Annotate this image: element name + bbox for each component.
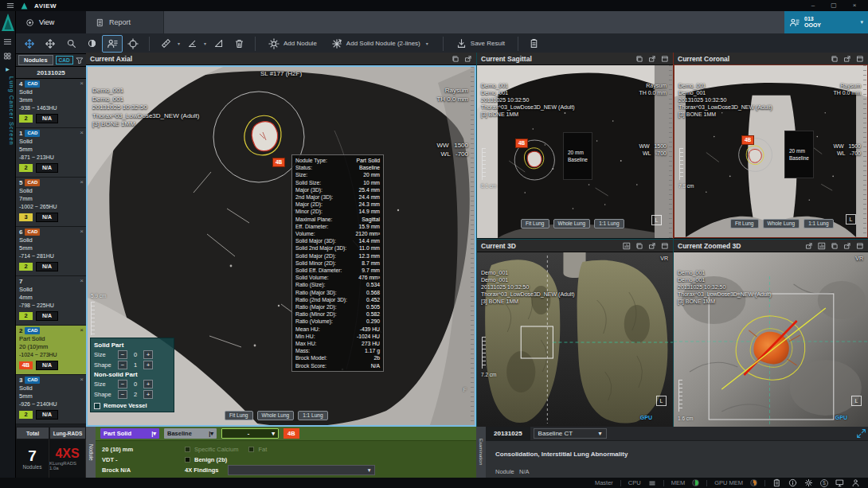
chart-view-icon[interactable] — [623, 242, 631, 250]
set-square-tool-button[interactable] — [208, 35, 229, 53]
monitor-icon[interactable] — [835, 478, 844, 487]
patient-list-button[interactable] — [102, 35, 123, 53]
export-view-icon[interactable] — [464, 55, 472, 63]
export-view-icon[interactable] — [648, 55, 656, 63]
close-icon[interactable]: × — [80, 178, 84, 186]
nodule-label-chip[interactable]: 4B — [272, 158, 285, 167]
nodule-card[interactable]: 6CAD × Solid 5mm -714 ~ 281HU 2 N/A — [16, 227, 86, 276]
nodule-label-chip[interactable]: 4B — [515, 139, 528, 148]
crosshair-tool-button[interactable] — [123, 35, 143, 53]
nodule-status-dropdown[interactable]: Baseline|▾ — [164, 428, 217, 439]
save-result-button[interactable]: Save Result — [449, 35, 512, 53]
chevron-down-icon[interactable]: ▾ — [178, 41, 180, 46]
remove-vessel-checkbox[interactable] — [94, 403, 100, 409]
tab-view[interactable]: View — [16, 11, 86, 33]
fat-checkbox[interactable] — [248, 447, 254, 452]
sagittal-viewport[interactable]: Demo_001Demo_00120131025 10:32:50Thorax^… — [477, 65, 673, 238]
plus-button[interactable]: + — [143, 380, 153, 388]
add-nodule-button[interactable]: Add Nodule — [261, 35, 324, 53]
view-preset-button[interactable]: 1:1 Lung — [803, 219, 833, 228]
examination-panel-tab[interactable]: Examination — [476, 427, 486, 478]
pan-tool-button[interactable] — [19, 35, 40, 53]
study-date-row[interactable]: 20131025 — [16, 67, 86, 79]
maximize-view-icon[interactable] — [856, 242, 864, 250]
settings-gear-icon[interactable] — [804, 478, 813, 487]
close-icon[interactable]: × — [80, 228, 84, 236]
maximize-view-icon[interactable] — [856, 55, 864, 63]
nodule-card[interactable]: 5CAD × Solid 7mm -1002 ~ 265HU 3 N/A — [16, 178, 86, 227]
maximize-button[interactable]: ▢ — [827, 0, 841, 11]
license-icon[interactable]: $ — [820, 479, 828, 487]
cad-toggle[interactable]: CAD — [56, 56, 73, 64]
coronal-viewport[interactable]: Demo_001Demo_00120131025 10:32:50Thorax^… — [674, 65, 868, 238]
close-icon[interactable]: × — [80, 326, 84, 334]
clipboard-icon[interactable] — [772, 478, 781, 487]
plus-button[interactable]: + — [143, 390, 153, 399]
minus-button[interactable]: − — [118, 380, 127, 388]
slice-scrollbar[interactable] — [863, 65, 866, 237]
view-preset-button[interactable]: Whole Lung — [763, 219, 800, 228]
view-preset-button[interactable]: Whole Lung — [257, 411, 295, 420]
export-chart-icon[interactable] — [805, 242, 813, 250]
info-icon[interactable] — [788, 478, 797, 487]
list-icon[interactable] — [3, 37, 12, 46]
axial-viewport[interactable]: Demo_001Demo_00120131025 10:32:50Thorax^… — [86, 65, 476, 427]
delete-annotation-button[interactable] — [229, 35, 249, 53]
grid-layout-icon[interactable] — [3, 52, 12, 61]
zoom-tool-button[interactable] — [61, 35, 81, 53]
nodule-panel-tab[interactable]: Nodule — [86, 427, 96, 478]
copy-view-icon[interactable] — [452, 55, 459, 63]
minus-button[interactable]: − — [118, 390, 127, 399]
copy-view-icon[interactable] — [831, 242, 839, 250]
slice-scrollbar[interactable] — [669, 65, 672, 238]
patient-selector[interactable]: 013 OOOY ▾ — [784, 11, 868, 33]
zoomed-3d-viewport[interactable]: Demo_001Demo_00120131025 10:32:50Thorax^… — [674, 252, 868, 427]
minimize-button[interactable]: – — [806, 0, 820, 11]
copy-view-icon[interactable] — [635, 242, 643, 250]
clipboard-button[interactable] — [524, 35, 545, 53]
view-preset-button[interactable]: Fit Lung — [225, 411, 253, 420]
angle-tool-button[interactable] — [182, 35, 202, 53]
nodule-card[interactable]: 7 × Solid 4mm -798 ~ 225HU 2 N/A — [16, 276, 86, 326]
view-preset-button[interactable]: Fit Lung — [521, 219, 549, 228]
minus-button[interactable]: − — [118, 361, 127, 369]
specific-calcium-checkbox[interactable] — [185, 447, 190, 452]
chevron-down-icon[interactable]: ▾ — [860, 19, 863, 25]
minus-button[interactable]: − — [118, 350, 127, 359]
findings-dropdown[interactable]: ▾ — [228, 465, 375, 475]
plus-button[interactable]: + — [143, 361, 153, 369]
tab-report[interactable]: Report — [86, 11, 164, 33]
nodule-card[interactable]: 3CAD × Solid 5mm -926 ~ 2140HU 2 N/A — [16, 375, 86, 424]
chevron-down-icon[interactable]: ▾ — [426, 41, 428, 46]
user-icon[interactable] — [851, 478, 860, 487]
nodule-grade-dropdown[interactable]: -▾ — [221, 428, 279, 439]
ruler-tool-button[interactable] — [155, 35, 176, 53]
hamburger-menu-icon[interactable] — [6, 2, 14, 10]
nodule-label-chip[interactable]: 4B — [741, 135, 754, 145]
view-preset-button[interactable]: 1:1 Lung — [594, 219, 624, 228]
view-preset-button[interactable]: Fit Lung — [730, 219, 759, 228]
view-preset-button[interactable]: 1:1 Lung — [298, 411, 327, 420]
expand-panel-icon[interactable] — [856, 428, 866, 439]
three-d-viewport[interactable]: Demo_001Demo_00120131025 10:32:50Thorax^… — [477, 252, 673, 427]
exam-type-dropdown[interactable]: Baseline CT▾ — [534, 428, 607, 439]
expand-arrow-icon[interactable]: ▶ — [0, 66, 15, 72]
export-view-icon[interactable] — [843, 55, 851, 63]
nodule-card[interactable]: 2CAD × Part Solid 20 (10)mm -1024 ~ 273H… — [16, 326, 86, 375]
nodule-card[interactable]: 1CAD × Solid 5mm -871 ~ 213HU 2 N/A — [16, 128, 86, 178]
export-view-icon[interactable] — [648, 242, 656, 250]
workflow-label[interactable]: Lung Cancer Screen — [0, 76, 15, 146]
filter-icon[interactable] — [76, 57, 84, 64]
copy-view-icon[interactable] — [831, 55, 839, 63]
view-preset-button[interactable]: Whole Lung — [553, 219, 591, 228]
close-icon[interactable]: × — [80, 277, 84, 285]
copy-view-icon[interactable] — [635, 55, 643, 63]
nodule-type-dropdown[interactable]: Part Solid|▾ — [100, 428, 159, 439]
maximize-view-icon[interactable] — [661, 55, 669, 63]
nodules-tab[interactable]: Nodules — [18, 55, 53, 65]
export-view-icon[interactable] — [843, 242, 851, 250]
nodule-card[interactable]: 4CAD × Solid 3mm -938 ~ 1463HU 2 N/A — [16, 79, 86, 128]
benign-checkbox[interactable] — [185, 457, 190, 463]
close-icon[interactable]: × — [80, 129, 84, 137]
add-solid-nodule-button[interactable]: Add Solid Nodule (2-lines) ▾ — [324, 35, 437, 53]
